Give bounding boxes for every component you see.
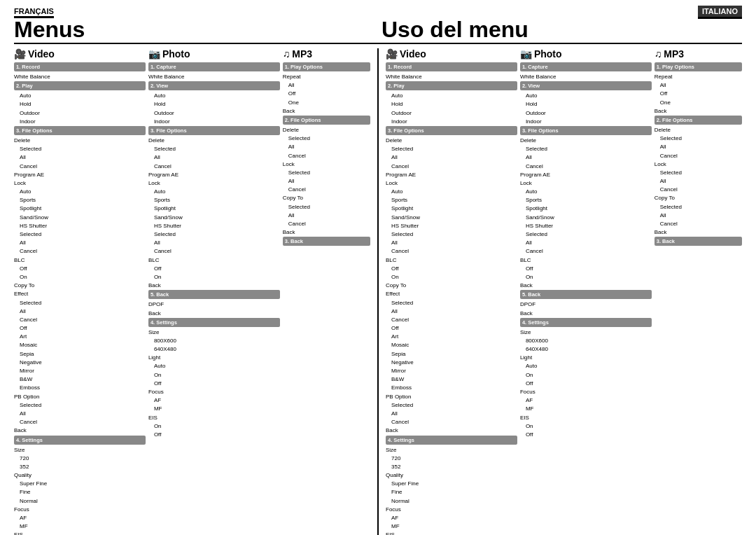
right-main-title: Uso del menu [382,17,742,43]
left-v-sand: Sand/Snow [14,214,146,221]
right-p-sand: Sand/Snow [520,214,652,221]
right-mp3-header: ♫ MP3 [654,48,742,60]
left-v-hold: Hold [14,100,146,108]
left-p-wb: White Balance [148,73,280,81]
left-v-delete: Delete [14,137,146,144]
lang-right: ITALIANO [698,7,742,15]
left-m-delete: Delete [283,126,370,134]
right-v-mirror: Mirror [386,367,517,375]
left-v-auto: Auto [14,92,146,99]
left-p-light: Light [148,354,280,361]
right-v-cancel4: Cancel [386,418,517,426]
left-p-sel: Selected [148,145,280,153]
left-p-indoor: Indoor [148,118,280,125]
left-v-720: 720 [14,454,146,462]
right-v-auto2: Auto [386,188,517,195]
right-p-auto3: Auto [520,362,652,370]
left-m-all3: All [283,177,370,185]
left-p-sand: Sand/Snow [148,214,280,221]
left-video-btn1: 1. Record [14,62,146,71]
right-p-all2: All [520,239,652,246]
right-photo-btn2: 2. View [520,81,652,90]
right-video-btn3: 3. File Options [386,126,517,135]
right-p-focus: Focus [520,388,652,396]
left-photo-btn3: 3. File Options [148,126,280,135]
right-p-af: AF [520,396,652,404]
left-p-on: On [148,273,280,281]
right-p-lock: Lock [520,179,652,187]
right-m-all4: All [654,211,742,219]
left-v-af: AF [14,514,146,522]
titles-row: Menus Uso del menu [14,17,742,43]
left-p-auto: Auto [148,92,280,99]
right-m-lock: Lock [654,160,742,168]
right-v-off: Off [386,265,517,272]
left-p-size: Size [148,328,280,336]
left-p-auto2: Auto [148,188,280,195]
right-p-on: On [520,273,652,281]
left-video-btn4: 4. Settings [14,436,146,445]
right-v-sepia: Sepia [386,350,517,358]
right-p-back2: Back [520,310,652,317]
left-v-normal: Normal [14,497,146,505]
left-p-progae: Program AE [148,171,280,179]
right-p-hs: HS Shutter [520,222,652,230]
left-photo-label: Photo [162,48,190,60]
left-m-all: All [283,81,370,89]
left-photo-btn4: 4. Settings [148,318,280,327]
right-photo-col: 1. Capture White Balance 2. View Auto Ho… [520,62,652,535]
right-photo-header: 📷 Photo [520,48,652,60]
right-p-outdoor: Outdoor [520,109,652,117]
left-v-indoor: Indoor [14,118,146,125]
left-p-spotlight: Spotlight [148,204,280,212]
left-v-selected: Selected [14,145,146,153]
right-m-all2: All [654,143,742,151]
right-photo-btn1: 1. Capture [520,62,652,71]
left-mp3-btn2: 2. File Options [283,116,370,125]
right-p-all: All [520,153,652,161]
mp3-icon-left: ♫ [283,48,290,60]
right-v-lock: Lock [386,179,517,187]
right-v-size: Size [386,446,517,454]
right-v-copyto: Copy To [386,282,517,289]
right-p-off2: Off [520,380,652,387]
right-v-sports: Sports [386,196,517,204]
left-p-auto3: Auto [148,362,280,370]
right-p-off3: Off [520,431,652,438]
left-v-all3: All [14,307,146,315]
right-video-btn1: 1. Record [386,62,517,71]
right-m-delete: Delete [654,126,742,134]
right-v-focus: Focus [386,506,517,513]
left-v-copyto: Copy To [14,282,146,289]
right-photo-btn4: 4. Settings [520,318,652,327]
left-main-title: Menus [14,17,374,43]
right-v-outdoor: Outdoor [386,109,517,117]
right-m-cancel3: Cancel [654,220,742,228]
right-m-sel: Selected [654,134,742,142]
left-v-art: Art [14,333,146,340]
left-m-cancel2: Cancel [283,186,370,193]
left-p-back: Back [148,282,280,289]
left-photo-col: 1. Capture White Balance 2. View Auto Ho… [148,62,280,535]
left-m-sel3: Selected [283,203,370,211]
right-v-all: All [386,153,517,161]
right-p-spotlight: Spotlight [520,204,652,212]
right-v-pboption: PB Option [386,393,517,401]
right-p-off: Off [520,265,652,272]
left-m-copyto: Copy To [283,194,370,202]
left-photo-btn2: 2. View [148,81,280,90]
left-v-superfine: Super Fine [14,480,146,487]
right-photo-btn3: 3. File Options [520,126,652,135]
right-v-mosaic: Mosaic [386,341,517,349]
right-v-delete: Delete [386,137,517,144]
left-p-all2: All [148,239,280,246]
right-m-cancel2: Cancel [654,186,742,193]
left-v-eis: EIS [14,531,146,535]
left-p-all: All [148,153,280,161]
left-v-sel4: Selected [14,401,146,409]
right-m-back: Back [654,107,742,115]
left-p-off2: Off [148,380,280,387]
left-video-btn2: 2. Play [14,81,146,90]
right-m-back2: Back [654,228,742,236]
right-v-hold: Hold [386,100,517,108]
